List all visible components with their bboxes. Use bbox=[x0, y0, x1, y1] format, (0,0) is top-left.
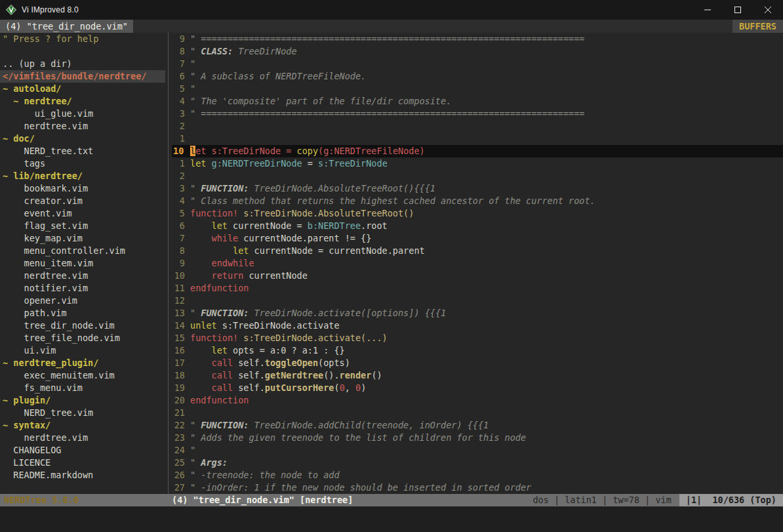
nerdtree-file-item[interactable]: README.markdown bbox=[0, 469, 165, 481]
maximize-button[interactable] bbox=[723, 0, 753, 20]
command-line[interactable] bbox=[0, 506, 783, 532]
line-number: 16 bbox=[172, 344, 190, 357]
code-text: let s:TreeDirNode = copy(g:NERDTreeFileN… bbox=[190, 145, 783, 157]
nerdtree-up-item[interactable]: .. (up a dir) bbox=[0, 58, 165, 70]
nerdtree-dir-item[interactable]: ~ autoload/ bbox=[0, 83, 165, 95]
code-text: " bbox=[190, 83, 783, 95]
code-text: " CLASS: TreeDirNode bbox=[190, 45, 783, 58]
code-line[interactable]: 22" FUNCTION: TreeDirNode.addChild(treen… bbox=[172, 419, 783, 432]
nerdtree-file-item[interactable]: nerdtree.vim bbox=[0, 270, 165, 282]
code-line[interactable]: 20endfunction bbox=[172, 394, 783, 407]
code-line[interactable]: 27" -inOrder: 1 if the new node should b… bbox=[172, 481, 783, 494]
nerdtree-dir-item[interactable]: ~ syntax/ bbox=[0, 419, 165, 432]
code-line[interactable]: 6" A subclass of NERDTreeFileNode. bbox=[172, 70, 783, 83]
line-number: 9 bbox=[172, 33, 190, 45]
line-number: 8 bbox=[172, 245, 190, 257]
code-line[interactable]: 24" bbox=[172, 444, 783, 457]
nerdtree-file-item[interactable]: ui_glue.vim bbox=[0, 108, 165, 120]
nerdtree-file-item[interactable]: CHANGELOG bbox=[0, 444, 165, 457]
code-line[interactable]: 17 call self.toggleOpen(opts) bbox=[172, 357, 783, 369]
statusline-window-number: |1| bbox=[686, 495, 702, 505]
code-line[interactable]: 13" FUNCTION: TreeDirNode.activate([opti… bbox=[172, 307, 783, 319]
nerdtree-file-item[interactable]: exec_menuitem.vim bbox=[0, 369, 165, 382]
code-line[interactable]: 2 bbox=[172, 120, 783, 133]
code-line[interactable]: 4" The 'composite' part of the file/dir … bbox=[172, 95, 783, 108]
line-number: 21 bbox=[172, 407, 190, 419]
code-line[interactable]: 5function! s:TreeDirNode.AbsoluteTreeRoo… bbox=[172, 207, 783, 220]
nerdtree-dir-item[interactable]: ~ nerdtree_plugin/ bbox=[0, 357, 165, 369]
code-line[interactable]: 12 bbox=[172, 295, 783, 307]
code-line[interactable]: 2 bbox=[172, 170, 783, 182]
window-separator[interactable] bbox=[165, 33, 172, 494]
minimize-button[interactable] bbox=[693, 0, 723, 20]
code-line[interactable]: 21 bbox=[172, 407, 783, 419]
nerdtree-file-item[interactable]: NERD_tree.txt bbox=[0, 145, 165, 157]
code-line[interactable]: 9" =====================================… bbox=[172, 33, 783, 45]
line-number: 4 bbox=[172, 195, 190, 207]
nerdtree-file-item[interactable]: fs_menu.vim bbox=[0, 382, 165, 394]
code-line[interactable]: 3" FUNCTION: TreeDirNode.AbsoluteTreeRoo… bbox=[172, 182, 783, 195]
nerdtree-file-item[interactable]: notifier.vim bbox=[0, 282, 165, 295]
code-line[interactable]: 8" CLASS: TreeDirNode bbox=[172, 45, 783, 58]
nerdtree-root-path[interactable]: </vimfiles/bundle/nerdtree/ bbox=[0, 70, 165, 83]
line-number: 12 bbox=[172, 295, 190, 307]
code-line[interactable]: 25" Args: bbox=[172, 457, 783, 469]
code-text: let currentNode = b:NERDTree.root bbox=[190, 220, 783, 232]
statusline-buffer: (4) "tree_dir_node.vim" [nerdtree] bbox=[172, 494, 353, 506]
nerdtree-file-item[interactable]: event.vim bbox=[0, 207, 165, 220]
nerdtree-file-item[interactable]: opener.vim bbox=[0, 295, 165, 307]
code-text: " FUNCTION: TreeDirNode.AbsoluteTreeRoot… bbox=[190, 182, 783, 195]
nerdtree-file-item[interactable]: menu_item.vim bbox=[0, 257, 165, 270]
code-line[interactable]: 6 let currentNode = b:NERDTree.root bbox=[172, 220, 783, 232]
line-number: 18 bbox=[172, 369, 190, 382]
code-line[interactable]: 9 endwhile bbox=[172, 257, 783, 270]
tab-tree-dir-node[interactable]: (4) "tree_dir_node.vim" bbox=[0, 20, 133, 33]
nerdtree-file-item[interactable]: tags bbox=[0, 157, 165, 170]
code-line[interactable]: 5" bbox=[172, 83, 783, 95]
nerdtree-file-item[interactable]: LICENCE bbox=[0, 457, 165, 469]
code-line[interactable]: 7 while currentNode.parent != {} bbox=[172, 232, 783, 245]
code-line[interactable]: 16 let opts = a:0 ? a:1 : {} bbox=[172, 344, 783, 357]
nerdtree-blank-line bbox=[0, 45, 165, 58]
code-line[interactable]: 11endfunction bbox=[172, 282, 783, 295]
nerdtree-dir-item[interactable]: ~ doc/ bbox=[0, 133, 165, 145]
nerdtree-file-item[interactable]: tree_dir_node.vim bbox=[0, 319, 165, 332]
nerdtree-file-item[interactable]: path.vim bbox=[0, 307, 165, 319]
code-line[interactable]: 8 let currentNode = currentNode.parent bbox=[172, 245, 783, 257]
code-line[interactable]: 26" -treenode: the node to add bbox=[172, 469, 783, 481]
code-line[interactable]: 23" Adds the given treenode to the list … bbox=[172, 432, 783, 444]
code-line-current[interactable]: 10let s:TreeDirNode = copy(g:NERDTreeFil… bbox=[172, 145, 783, 157]
line-number: 20 bbox=[172, 394, 190, 407]
code-line[interactable]: 4" Class method that returns the highest… bbox=[172, 195, 783, 207]
code-line[interactable]: 10 return currentNode bbox=[172, 270, 783, 282]
code-line[interactable]: 1let g:NERDTreeDirNode = s:TreeDirNode bbox=[172, 157, 783, 170]
code-line[interactable]: 18 call self.getNerdtree().render() bbox=[172, 369, 783, 382]
code-line[interactable]: 19 call self.putCursorHere(0, 0) bbox=[172, 382, 783, 394]
nerdtree-dir-item[interactable]: ~ lib/nerdtree/ bbox=[0, 170, 165, 182]
nerdtree-dir-item[interactable]: ~ nerdtree/ bbox=[0, 95, 165, 108]
nerdtree-file-item[interactable]: key_map.vim bbox=[0, 232, 165, 245]
statusline-ruler: |1| 10/636 (Top) bbox=[679, 494, 783, 506]
code-line[interactable]: 14unlet s:TreeDirNode.activate bbox=[172, 319, 783, 332]
nerdtree-file-item[interactable]: nerdtree.vim bbox=[0, 432, 165, 444]
nerdtree-file-item[interactable]: menu_controller.vim bbox=[0, 245, 165, 257]
line-number: 6 bbox=[172, 70, 190, 83]
code-line[interactable]: 1 bbox=[172, 133, 783, 145]
code-line[interactable]: 7" bbox=[172, 58, 783, 70]
code-text: " -inOrder: 1 if the new node should be … bbox=[190, 481, 783, 494]
nerdtree-file-item[interactable]: NERD_tree.vim bbox=[0, 407, 165, 419]
buffers-label[interactable]: BUFFERS bbox=[733, 20, 783, 33]
line-number: 14 bbox=[172, 319, 190, 332]
nerdtree-file-item[interactable]: nerdtree.vim bbox=[0, 120, 165, 133]
close-button[interactable] bbox=[753, 0, 783, 20]
nerdtree-file-item[interactable]: creator.vim bbox=[0, 195, 165, 207]
nerdtree-file-item[interactable]: bookmark.vim bbox=[0, 182, 165, 195]
nerdtree-file-item[interactable]: ui.vim bbox=[0, 344, 165, 357]
code-line[interactable]: 15function! s:TreeDirNode.activate(...) bbox=[172, 332, 783, 344]
nerdtree-file-item[interactable]: tree_file_node.vim bbox=[0, 332, 165, 344]
close-icon bbox=[765, 7, 771, 13]
code-line[interactable]: 3" =====================================… bbox=[172, 108, 783, 120]
nerdtree-file-item[interactable]: flag_set.vim bbox=[0, 220, 165, 232]
statusline-main: (4) "tree_dir_node.vim" [nerdtree] dos |… bbox=[172, 494, 783, 506]
nerdtree-dir-item[interactable]: ~ plugin/ bbox=[0, 394, 165, 407]
